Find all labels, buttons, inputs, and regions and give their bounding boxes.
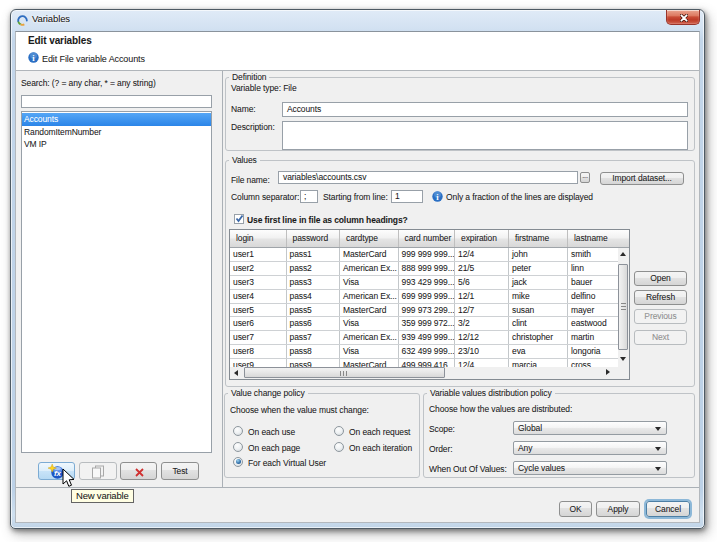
svg-text:fx: fx — [54, 469, 62, 478]
